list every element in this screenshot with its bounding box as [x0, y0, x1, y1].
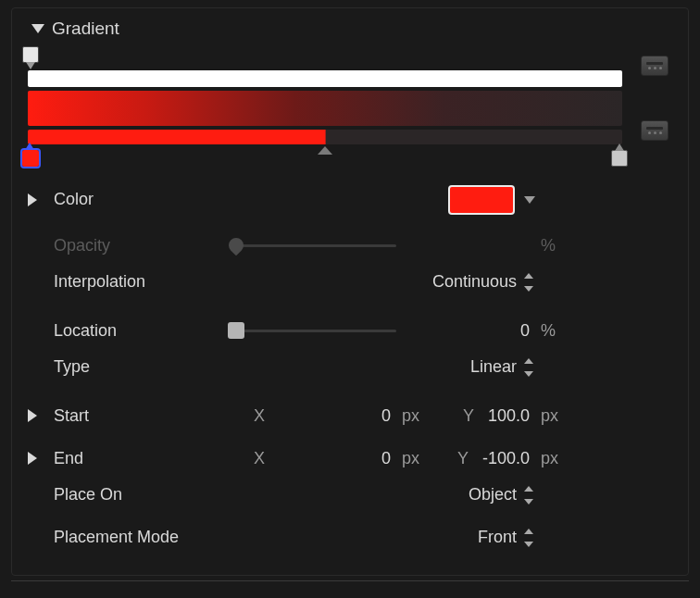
opacity-track[interactable] [28, 70, 622, 87]
end-x-unit: px [396, 449, 424, 468]
interpolation-select[interactable]: Continuous [276, 272, 535, 292]
disclosure-triangle-icon[interactable] [28, 409, 37, 422]
color-stop-handle-start[interactable] [22, 150, 39, 167]
axis-y-label: Y [463, 406, 483, 425]
row-opacity: Opacity % [28, 224, 672, 267]
opacity-slider [230, 236, 396, 255]
start-y-value[interactable]: 100.0 [488, 406, 530, 425]
location-unit: % [535, 321, 574, 341]
location-label: Location [54, 321, 230, 341]
location-slider[interactable] [230, 321, 396, 340]
type-select[interactable]: Linear [276, 357, 535, 377]
color-stop-handle-end[interactable] [611, 150, 628, 167]
stepper-icon [522, 358, 535, 377]
row-end: End X 0 px Y -100.0 px [28, 437, 672, 480]
separator [11, 580, 689, 581]
end-y-unit: px [535, 449, 574, 468]
midpoint-handle-icon[interactable] [318, 146, 332, 155]
opacity-stop-handle[interactable] [22, 46, 39, 63]
row-placement-mode: Placement Mode Front [28, 522, 672, 565]
color-label: Color [54, 190, 230, 209]
section-title: Gradient [52, 19, 119, 39]
axis-x-label: X [230, 449, 276, 468]
end-label: End [54, 449, 230, 468]
place-on-label: Place On [54, 485, 230, 505]
row-type: Type Linear [28, 352, 672, 394]
gradient-preview [28, 91, 622, 126]
axis-x-label: X [230, 406, 276, 426]
start-label: Start [54, 406, 230, 426]
stepper-icon [522, 486, 535, 505]
disclosure-triangle-icon[interactable] [28, 193, 37, 206]
gradient-editor[interactable] [28, 52, 622, 144]
start-y-unit: px [535, 406, 574, 426]
row-location: Location 0 % [28, 309, 672, 352]
distribute-opacity-stops-button[interactable] [641, 56, 669, 76]
gradient-section-header[interactable]: Gradient [31, 19, 672, 39]
disclosure-triangle-icon[interactable] [28, 452, 37, 465]
type-label: Type [54, 357, 230, 377]
location-value[interactable]: 0 [424, 321, 535, 341]
opacity-label: Opacity [54, 236, 230, 255]
placement-mode-select[interactable]: Front [276, 528, 535, 547]
row-place-on: Place On Object [28, 480, 672, 522]
color-track[interactable] [28, 130, 622, 144]
color-swatch[interactable] [448, 185, 515, 215]
row-start: Start X 0 px Y 100.0 px [28, 394, 672, 437]
row-color: Color [28, 181, 672, 224]
place-on-select[interactable]: Object [276, 485, 535, 505]
stepper-icon [522, 273, 535, 292]
end-y-value[interactable]: -100.0 [482, 449, 530, 467]
start-x-unit: px [396, 406, 424, 426]
row-interpolation: Interpolation Continuous [28, 267, 672, 309]
distribute-color-stops-button[interactable] [641, 120, 669, 141]
axis-y-label: Y [457, 449, 478, 467]
disclosure-triangle-icon [31, 24, 44, 33]
stepper-icon [522, 529, 535, 547]
interpolation-label: Interpolation [54, 272, 230, 292]
end-x-value[interactable]: 0 [276, 449, 396, 468]
placement-mode-label: Placement Mode [54, 528, 230, 547]
chevron-down-icon[interactable] [524, 196, 535, 204]
start-x-value[interactable]: 0 [276, 406, 396, 426]
opacity-unit: % [535, 236, 574, 255]
slider-thumb [226, 235, 247, 256]
slider-thumb[interactable] [228, 322, 244, 339]
